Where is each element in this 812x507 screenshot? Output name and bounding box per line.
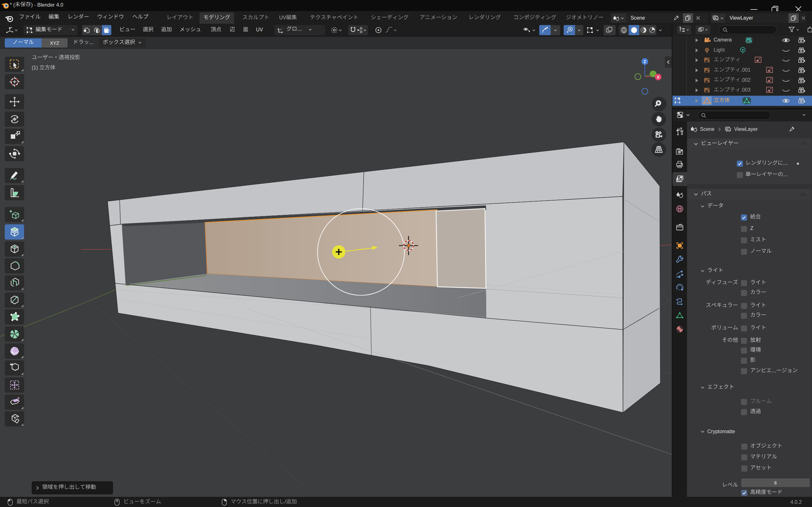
svg-text:Z: Z xyxy=(644,60,646,64)
svg-text:X: X xyxy=(657,75,659,79)
